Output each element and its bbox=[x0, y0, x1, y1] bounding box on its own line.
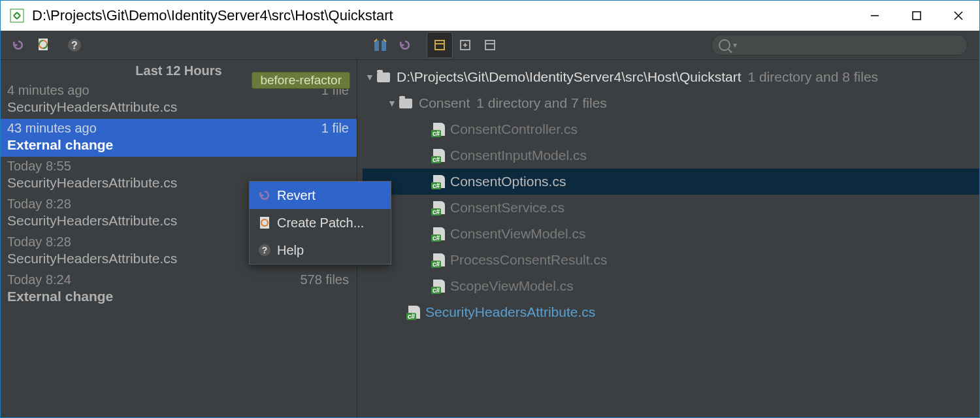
main-body: Last 12 Hours before-refactor4 minutes a… bbox=[1, 60, 979, 417]
context-menu-item[interactable]: Create Patch... bbox=[250, 209, 391, 236]
csharp-file-icon bbox=[433, 201, 445, 214]
tree-file-label: ConsentInputModel.cs bbox=[450, 148, 587, 163]
tree-file-label: SecurityHeadersAttribute.cs bbox=[425, 304, 595, 320]
view-mode-toolbar-button[interactable] bbox=[478, 33, 502, 57]
history-item[interactable]: Today 8:24578 filesExternal change bbox=[1, 270, 357, 308]
diff-toolbar-button[interactable] bbox=[368, 33, 393, 57]
tree-root-meta: 1 directory and 8 files bbox=[747, 69, 878, 85]
context-menu-item[interactable]: Revert bbox=[250, 182, 391, 209]
tree-file[interactable]: ConsentOptions.cs bbox=[363, 169, 979, 195]
help-icon: ? bbox=[256, 244, 273, 257]
svg-rect-2 bbox=[913, 12, 921, 20]
toolbar: ? ▾ bbox=[1, 31, 979, 60]
close-button[interactable] bbox=[938, 1, 979, 31]
csharp-file-icon bbox=[433, 175, 445, 188]
svg-rect-0 bbox=[10, 9, 24, 22]
svg-rect-10 bbox=[374, 40, 379, 51]
tree-file-label: ConsentViewModel.cs bbox=[450, 226, 585, 242]
svg-rect-11 bbox=[382, 40, 386, 51]
tree-file-label: ConsentService.cs bbox=[450, 200, 564, 216]
revert-toolbar-button[interactable] bbox=[6, 33, 31, 57]
patch-icon bbox=[256, 216, 273, 229]
minimize-button[interactable] bbox=[854, 1, 896, 31]
history-time: Today 8:55 bbox=[7, 159, 71, 174]
chevron-down-icon[interactable]: ▼ bbox=[363, 72, 377, 82]
app-icon bbox=[10, 8, 24, 23]
tree-file[interactable]: ProcessConsentResult.cs bbox=[363, 247, 979, 273]
history-tag: before-refactor bbox=[252, 72, 350, 89]
tree-file[interactable]: ConsentViewModel.cs bbox=[363, 221, 979, 247]
context-menu-item[interactable]: ?Help bbox=[250, 236, 391, 264]
history-file-count: 1 file bbox=[321, 121, 349, 136]
undo-toolbar-button[interactable] bbox=[393, 33, 417, 57]
tree-file-label: ConsentController.cs bbox=[450, 121, 578, 137]
tree-file[interactable]: ConsentInputModel.cs bbox=[363, 142, 979, 169]
history-time: 4 minutes ago bbox=[7, 83, 90, 98]
context-menu-label: Create Patch... bbox=[277, 216, 364, 231]
tree-folder-meta: 1 directory and 7 files bbox=[476, 95, 607, 111]
window: D:\Projects\Git\Demo\IdentityServer4\src… bbox=[0, 0, 980, 418]
history-time: Today 8:28 bbox=[7, 197, 71, 212]
create-patch-toolbar-button[interactable] bbox=[31, 33, 56, 57]
tree-file[interactable]: ConsentService.cs bbox=[363, 195, 979, 221]
context-menu-label: Revert bbox=[277, 188, 316, 203]
csharp-file-icon bbox=[408, 306, 420, 319]
titlebar: D:\Projects\Git\Demo\IdentityServer4\src… bbox=[1, 1, 979, 31]
tree-file[interactable]: SecurityHeadersAttribute.cs bbox=[363, 299, 979, 325]
history-item[interactable]: 43 minutes ago1 fileExternal change bbox=[1, 119, 357, 157]
search-icon bbox=[719, 39, 730, 51]
history-item[interactable]: before-refactor4 minutes ago1 fileSecuri… bbox=[1, 81, 357, 119]
context-menu: RevertCreate Patch...?Help bbox=[249, 181, 391, 265]
search-input[interactable]: ▾ bbox=[711, 35, 968, 56]
csharp-file-icon bbox=[433, 149, 445, 162]
svg-text:?: ? bbox=[71, 40, 78, 51]
revert-icon bbox=[256, 189, 273, 202]
csharp-file-icon bbox=[433, 253, 445, 266]
tree-file-list: ConsentController.csConsentInputModel.cs… bbox=[363, 116, 979, 299]
svg-rect-17 bbox=[485, 40, 495, 50]
window-title: D:\Projects\Git\Demo\IdentityServer4\src… bbox=[32, 7, 854, 24]
tree-file-label: ConsentOptions.cs bbox=[450, 174, 566, 189]
history-time: 43 minutes ago bbox=[7, 121, 97, 136]
history-time: Today 8:24 bbox=[7, 272, 71, 287]
tree-file-label: ProcessConsentResult.cs bbox=[450, 252, 607, 268]
chevron-down-icon: ▾ bbox=[733, 40, 737, 50]
tree-root-label: D:\Projects\Git\Demo\IdentityServer4\src… bbox=[397, 69, 741, 85]
history-description: SecurityHeadersAttribute.cs bbox=[7, 99, 349, 115]
tree-file[interactable]: ScopeViewModel.cs bbox=[363, 273, 979, 299]
svg-text:?: ? bbox=[262, 245, 268, 255]
help-toolbar-button[interactable]: ? bbox=[62, 33, 87, 57]
folder-icon bbox=[377, 72, 390, 82]
csharp-file-icon bbox=[433, 123, 445, 136]
history-time: Today 8:28 bbox=[7, 234, 71, 249]
folder-icon bbox=[399, 99, 412, 108]
history-description: External change bbox=[7, 289, 349, 304]
tree-folder[interactable]: ▼ Consent 1 directory and 7 files bbox=[363, 90, 979, 116]
file-tree-panel: ▼ D:\Projects\Git\Demo\IdentityServer4\s… bbox=[357, 60, 979, 417]
history-description: External change bbox=[7, 137, 349, 153]
csharp-file-icon bbox=[433, 227, 445, 240]
tree-root[interactable]: ▼ D:\Projects\Git\Demo\IdentityServer4\s… bbox=[363, 64, 979, 90]
maximize-button[interactable] bbox=[896, 1, 938, 31]
group-toolbar-button[interactable] bbox=[453, 33, 478, 57]
tree-folder-label: Consent bbox=[419, 95, 470, 111]
tree-file[interactable]: ConsentController.cs bbox=[363, 116, 979, 142]
svg-rect-12 bbox=[435, 40, 444, 50]
expand-toolbar-button[interactable] bbox=[427, 32, 453, 58]
history-file-count: 578 files bbox=[301, 272, 350, 287]
csharp-file-icon bbox=[433, 280, 445, 293]
context-menu-label: Help bbox=[277, 243, 304, 258]
tree-file-label: ScopeViewModel.cs bbox=[450, 278, 574, 294]
chevron-down-icon[interactable]: ▼ bbox=[385, 98, 399, 108]
